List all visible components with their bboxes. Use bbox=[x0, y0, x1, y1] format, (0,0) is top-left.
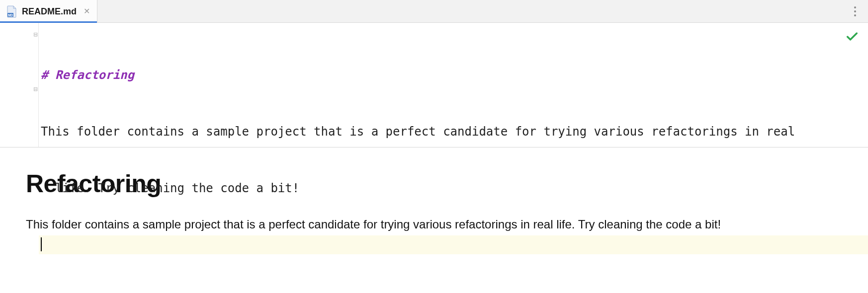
code-area[interactable]: # Refactoring This folder contains a sam… bbox=[39, 23, 868, 147]
text-caret bbox=[41, 237, 42, 251]
code-line-4[interactable] bbox=[39, 235, 868, 254]
tabbar-actions bbox=[849, 0, 868, 23]
tab-options-icon[interactable] bbox=[849, 5, 861, 17]
tab-readme[interactable]: MD README.md ✕ bbox=[0, 0, 97, 23]
code-line-3[interactable]: life. Try cleaning the code a bit! bbox=[39, 179, 868, 198]
markdown-source-editor[interactable]: # Refactoring This folder contains a sam… bbox=[0, 23, 868, 147]
fold-region-end-icon[interactable] bbox=[32, 86, 39, 92]
markdown-file-icon: MD bbox=[5, 5, 18, 18]
tab-filename: README.md bbox=[22, 6, 77, 17]
editor-tabbar: MD README.md ✕ bbox=[0, 0, 868, 23]
code-line-2[interactable]: This folder contains a sample project th… bbox=[39, 122, 868, 141]
editor-gutter bbox=[0, 23, 39, 147]
fold-region-start-icon[interactable] bbox=[32, 32, 39, 37]
close-icon[interactable]: ✕ bbox=[84, 7, 90, 15]
svg-text:MD: MD bbox=[8, 13, 13, 17]
inspection-ok-icon[interactable] bbox=[845, 30, 859, 44]
code-line-1[interactable]: # Refactoring bbox=[39, 66, 868, 84]
